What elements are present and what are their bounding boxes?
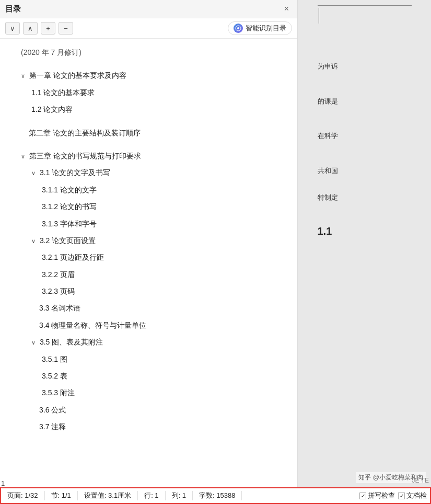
toc-panel: 目录 × ∨ ∧ + − (0, 0, 298, 487)
spellcheck-label: 拼写检查 (368, 491, 395, 500)
toc-content[interactable]: (2020 年 7 月修订) ∨ 第一章 论文的基本要求及内容 1.1 论文的基… (0, 39, 297, 487)
toc-item-ch3-1-3[interactable]: 3.1.3 字体和字号 (0, 215, 297, 232)
toc-item-ch1-1[interactable]: 1.1 论文的基本要求 (0, 84, 297, 101)
toc-item-ch3-7[interactable]: 3.7 注释 (0, 418, 297, 435)
toc-item-ch3-2-2-text: 3.2.2 页眉 (42, 270, 75, 279)
toc-item-ch3-1-2-text: 3.1.2 论文的书写 (42, 202, 97, 211)
doc-line-4: 共和国 (318, 164, 417, 179)
status-col: 列: 1 (166, 491, 193, 500)
toc-toolbar: ∨ ∧ + − 智能 (0, 18, 297, 39)
ai-btn-label: 智能识别目录 (246, 24, 286, 33)
toc-item-ch3-5-3-text: 3.5.3 附注 (42, 388, 75, 397)
toc-item-ch3-5-2[interactable]: 3.5.2 表 (0, 368, 297, 384)
toc-title: 目录 (5, 4, 21, 14)
doc-line-3: 在科学 (318, 129, 417, 144)
status-row: 行: 1 (138, 491, 165, 500)
status-bar-wrapper: 页面: 1/32 节: 1/1 设置值: 3.1厘米 行: 1 列: 1 字数:… (0, 487, 431, 504)
status-doccheck[interactable]: ✓ 文档检 (398, 491, 427, 500)
ai-recognize-button[interactable]: 智能识别目录 (228, 21, 292, 35)
doc-line-4-text: 共和国 (318, 167, 338, 175)
collapse-arrow-ch1[interactable]: ∨ (21, 72, 25, 81)
doc-line-1-text: 为申诉 (318, 62, 338, 70)
collapse-arrow-ch3[interactable]: ∨ (21, 152, 25, 162)
toc-item-ch1-2-text: 1.2 论文内容 (31, 105, 73, 113)
toc-add-button[interactable]: + (41, 22, 55, 35)
toc-item-ch3-1-2[interactable]: 3.1.2 论文的书写 (0, 198, 297, 215)
doc-line-2: 的课是 (318, 94, 417, 109)
toc-remove-button[interactable]: − (59, 22, 73, 35)
doc-gap-2 (318, 113, 417, 129)
doc-line-5: 特制定 (318, 190, 417, 205)
toc-item-ch1-2[interactable]: 1.2 论文内容 (0, 101, 297, 118)
doc-text-area: 为申诉 的课是 在科学 共和国 特制定 (312, 59, 417, 210)
toc-item-ch3-1-3-text: 3.1.3 字体和字号 (42, 220, 97, 228)
spacer-2 (0, 118, 297, 124)
toc-header: 目录 × (0, 0, 297, 18)
doc-line-3-text: 在科学 (318, 132, 338, 140)
toc-expand-button[interactable]: ∨ (5, 22, 20, 35)
spellcheck-checkbox[interactable]: ✓ (359, 492, 366, 499)
minus-icon: − (64, 25, 68, 32)
toc-close-button[interactable]: × (281, 3, 292, 15)
chevron-down-icon: ∨ (10, 25, 15, 32)
status-wordcount: 字数: 15388 (193, 491, 242, 500)
toc-item-preface[interactable]: (2020 年 7 月修订) (0, 44, 297, 61)
toc-item-ch3-1-1-text: 3.1.1 论文的文字 (42, 186, 97, 194)
toc-item-ch3-6-text: 3.6 公式 (39, 406, 66, 414)
doc-line-5-text: 特制定 (318, 193, 338, 201)
toc-item-ch3-6[interactable]: 3.6 公式 (0, 402, 297, 418)
ai-icon (234, 24, 243, 33)
doccheck-checkbox[interactable]: ✓ (398, 492, 405, 499)
status-bar: 页面: 1/32 节: 1/1 设置值: 3.1厘米 行: 1 列: 1 字数:… (1, 488, 430, 503)
toc-item-ch3-5-1[interactable]: 3.5.1 图 (0, 351, 297, 368)
toc-item-preface-text: (2020 年 7 月修订) (21, 48, 81, 56)
toc-item-ch3-5-2-text: 3.5.2 表 (42, 372, 67, 380)
spacer-3 (0, 141, 297, 147)
toc-collapse-button[interactable]: ∧ (23, 22, 38, 35)
ai-svg-icon (235, 25, 241, 31)
toc-item-ch3-5-text: 3.5 图、表及其附注 (40, 338, 103, 346)
status-indent: 设置值: 3.1厘米 (78, 491, 138, 500)
toc-item-ch3-3[interactable]: 3.3 名词术语 (0, 300, 297, 316)
doc-line-2-text: 的课是 (318, 97, 338, 105)
toc-item-ch3-2-3[interactable]: 3.2.3 页码 (0, 283, 297, 300)
collapse-arrow-ch3-1[interactable]: ∨ (31, 169, 36, 178)
toc-item-ch3-2[interactable]: ∨ 3.2 论文页面设置 (0, 232, 297, 249)
status-right-area: ✓ 拼写检查 ✓ 文档检 (359, 491, 427, 500)
chevron-up-icon: ∧ (28, 25, 33, 32)
status-page: 页面: 1/32 (4, 491, 45, 500)
toc-item-ch3-7-text: 3.7 注释 (39, 422, 66, 431)
doc-gap-1 (318, 78, 417, 94)
doc-cursor-top (319, 8, 319, 24)
main-area: 目录 × ∨ ∧ + − (0, 0, 431, 487)
doccheck-label: 文档检 (406, 491, 427, 500)
toc-item-ch3-4[interactable]: 3.4 物理量名称、符号与计量单位 (0, 317, 297, 334)
jete-text: JE TE (412, 477, 429, 484)
toc-item-ch3[interactable]: ∨ 第三章 论文的书写规范与打印要求 (0, 147, 297, 164)
toc-item-ch3-1[interactable]: ∨ 3.1 论文的文字及书写 (0, 164, 297, 181)
doc-section-num-text: 1.1 (318, 225, 332, 237)
collapse-arrow-ch3-5[interactable]: ∨ (31, 338, 36, 348)
toc-item-ch2[interactable]: 第二章 论文的主要结构及装订顺序 (0, 124, 297, 141)
app-container: 目录 × ∨ ∧ + − (0, 0, 431, 504)
toc-item-ch3-2-2[interactable]: 3.2.2 页眉 (0, 266, 297, 283)
jete-watermark: JE TE (412, 477, 429, 484)
toc-item-ch3-5-3[interactable]: 3.5.3 附注 (0, 384, 297, 401)
svg-point-1 (237, 27, 239, 29)
toc-item-ch3-5[interactable]: ∨ 3.5 图、表及其附注 (0, 334, 297, 350)
toc-item-ch1-text: 第一章 论文的基本要求及内容 (29, 71, 126, 79)
toc-item-ch3-2-1[interactable]: 3.2.1 页边距及行距 (0, 249, 297, 266)
doc-section-num: 1.1 (312, 225, 417, 237)
toc-item-ch3-5-1-text: 3.5.1 图 (42, 355, 67, 363)
toc-item-ch3-2-text: 3.2 论文页面设置 (40, 236, 96, 245)
toc-item-ch3-3-text: 3.3 名词术语 (39, 304, 80, 312)
toc-item-ch3-1-1[interactable]: 3.1.1 论文的文字 (0, 181, 297, 198)
status-section: 节: 1/1 (45, 491, 78, 500)
toc-item-ch1[interactable]: ∨ 第一章 论文的基本要求及内容 (0, 67, 297, 84)
doc-line-1: 为申诉 (318, 59, 417, 74)
left-margin-num-text: 1 (1, 479, 5, 487)
status-spellcheck[interactable]: ✓ 拼写检查 (359, 491, 395, 500)
collapse-arrow-ch3-2[interactable]: ∨ (31, 237, 36, 246)
doc-top-line (318, 5, 412, 6)
toc-item-ch3-text: 第三章 论文的书写规范与打印要求 (29, 152, 141, 160)
